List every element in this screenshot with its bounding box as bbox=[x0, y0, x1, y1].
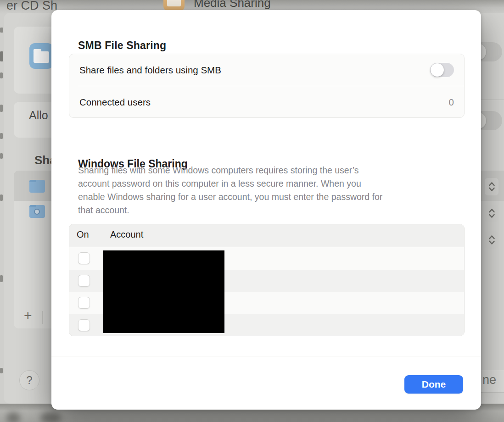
connected-users-row: Connected users 0 bbox=[69, 86, 464, 118]
permission-stepper-control[interactable] bbox=[485, 231, 498, 249]
permission-stepper-control[interactable] bbox=[485, 205, 498, 222]
chevron-up-down-icon bbox=[488, 208, 496, 219]
folder-tab bbox=[29, 180, 36, 182]
sidebar-fragment bbox=[0, 28, 3, 33]
connected-users-label: Connected users bbox=[79, 97, 449, 108]
background-done-label-partial: ne bbox=[482, 373, 496, 387]
sheet-title: SMB File Sharing bbox=[78, 39, 166, 52]
toggle-knob bbox=[431, 63, 444, 77]
permission-stepper-control[interactable] bbox=[485, 178, 498, 195]
file-sharing-folder-icon bbox=[29, 43, 53, 69]
sidebar-fragment bbox=[0, 72, 3, 78]
account-checkbox[interactable] bbox=[78, 297, 90, 309]
footer-divider bbox=[51, 356, 481, 356]
chevron-up-down-icon bbox=[488, 181, 496, 192]
help-button[interactable]: ? bbox=[19, 370, 39, 390]
connected-users-value: 0 bbox=[449, 97, 454, 108]
allow-label-partial: Allo bbox=[29, 109, 48, 122]
share-smb-label: Share files and folders using SMB bbox=[79, 65, 430, 76]
share-smb-toggle[interactable] bbox=[430, 63, 454, 77]
background-divider bbox=[481, 100, 504, 100]
sidebar-fragment bbox=[0, 368, 3, 373]
accounts-table: On Account bbox=[69, 224, 465, 336]
folder-badge-icon bbox=[34, 209, 40, 215]
redacted-account-names bbox=[103, 250, 224, 333]
sidebar-fragment bbox=[0, 194, 3, 201]
sidebar-fragment bbox=[0, 105, 3, 112]
share-smb-row: Share files and folders using SMB bbox=[69, 54, 464, 86]
windows-file-sharing-description: Sharing files with some Windows computer… bbox=[78, 164, 459, 217]
folder-tab bbox=[29, 205, 36, 207]
media-screen-glyph bbox=[167, 0, 181, 6]
sidebar-fragment bbox=[0, 275, 3, 282]
shared-folder-icon bbox=[29, 180, 45, 193]
account-checkbox[interactable] bbox=[78, 275, 90, 287]
listbox-button-divider bbox=[42, 311, 43, 324]
accounts-table-header: On Account bbox=[69, 224, 464, 247]
description-line: account password on this computer in a l… bbox=[78, 177, 459, 190]
folder-body bbox=[34, 51, 49, 63]
cd-sharing-row-label-partial: er CD Sh bbox=[6, 0, 57, 13]
column-header-account: Account bbox=[110, 229, 143, 240]
add-folder-button[interactable]: + bbox=[24, 308, 32, 323]
description-line: enable Windows sharing for a user accoun… bbox=[78, 190, 459, 204]
sidebar-fragment bbox=[0, 51, 3, 61]
description-line: that account. bbox=[78, 204, 459, 217]
public-folder-icon bbox=[29, 205, 45, 218]
media-sharing-icon bbox=[163, 0, 185, 11]
done-button[interactable]: Done bbox=[404, 375, 463, 394]
smb-settings-group: Share files and folders using SMB Connec… bbox=[69, 54, 465, 118]
chevron-up-down-icon bbox=[488, 234, 496, 245]
media-sharing-row-label: Media Sharing bbox=[194, 0, 271, 10]
account-checkbox[interactable] bbox=[78, 319, 90, 331]
description-line: Sharing files with some Windows computer… bbox=[78, 164, 459, 177]
column-header-on: On bbox=[77, 229, 89, 240]
sidebar-fragment bbox=[0, 153, 3, 159]
smb-file-sharing-sheet: SMB File Sharing Share files and folders… bbox=[51, 10, 481, 410]
sidebar-fragment bbox=[0, 133, 3, 139]
account-checkbox[interactable] bbox=[78, 252, 90, 264]
